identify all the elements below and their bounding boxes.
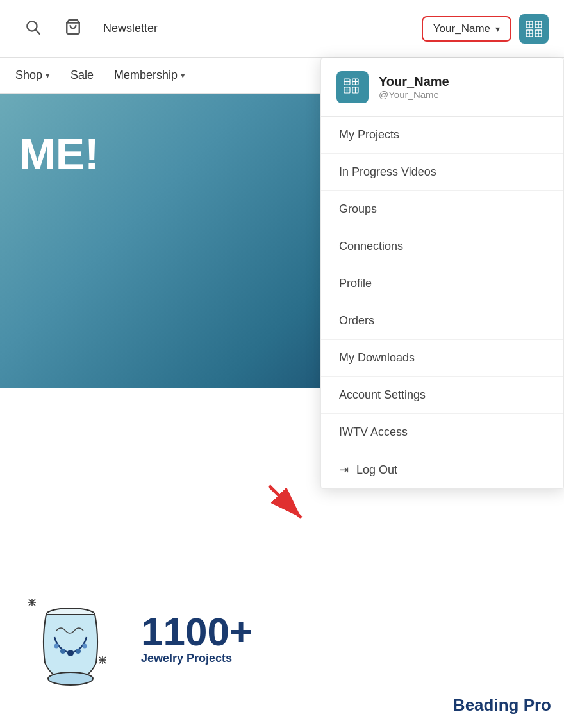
- svg-point-27: [60, 649, 65, 654]
- chevron-down-icon: ▾: [495, 24, 500, 34]
- arrow-indicator: [263, 479, 314, 531]
- menu-item-my-projects[interactable]: My Projects: [321, 117, 563, 154]
- cart-icon: [65, 22, 81, 38]
- shop-label: Shop: [15, 69, 42, 82]
- menu-item-connections[interactable]: Connections: [321, 228, 563, 265]
- logout-icon: ⇥: [339, 463, 349, 477]
- dropdown-username: Your_Name: [379, 74, 449, 89]
- account-settings-label: Account Settings: [339, 388, 426, 402]
- user-dropdown: Your_Name @Your_Name My Projects In Prog…: [320, 58, 564, 489]
- iwtv-access-label: IWTV Access: [339, 426, 408, 439]
- jewelry-icon-wrapper: [19, 579, 128, 697]
- sale-label: Sale: [70, 69, 94, 82]
- header-right: Your_Name ▾: [422, 14, 549, 44]
- avatar: [336, 71, 369, 103]
- logout-label: Log Out: [356, 463, 397, 477]
- in-progress-videos-label: In Progress Videos: [339, 165, 436, 179]
- my-downloads-label: My Downloads: [339, 351, 415, 365]
- search-button[interactable]: [15, 13, 50, 44]
- menu-item-in-progress-videos[interactable]: In Progress Videos: [321, 154, 563, 191]
- header-nav: Newsletter: [103, 22, 422, 35]
- svg-line-45: [269, 486, 301, 518]
- dropdown-header: Your_Name @Your_Name: [321, 58, 563, 117]
- stat-block: 1100+ Jewelry Projects: [141, 612, 253, 665]
- newsletter-link[interactable]: Newsletter: [103, 22, 158, 35]
- my-projects-label: My Projects: [339, 128, 399, 142]
- membership-chevron-icon: ▾: [181, 70, 185, 80]
- profile-label: Profile: [339, 277, 372, 290]
- membership-nav-item[interactable]: Membership ▾: [114, 69, 185, 82]
- svg-line-1: [36, 29, 40, 33]
- header-icons: [15, 13, 90, 44]
- cart-button[interactable]: [56, 13, 90, 44]
- svg-point-28: [76, 649, 81, 654]
- svg-point-29: [54, 644, 59, 649]
- sale-nav-item[interactable]: Sale: [70, 69, 94, 82]
- hero-text: ME!: [19, 132, 99, 176]
- shop-chevron-icon: ▾: [46, 70, 50, 80]
- bottom-content: 1100+ Jewelry Projects Beading Pro: [0, 549, 564, 728]
- svg-point-25: [48, 672, 93, 685]
- menu-item-groups[interactable]: Groups: [321, 191, 563, 228]
- menu-item-account-settings[interactable]: Account Settings: [321, 377, 563, 414]
- beading-partial: Beading Pro: [453, 695, 551, 715]
- stat-number: 1100+: [141, 612, 253, 652]
- svg-point-30: [83, 644, 87, 649]
- header: Newsletter Your_Name ▾: [0, 0, 564, 58]
- menu-item-iwtv-access[interactable]: IWTV Access: [321, 414, 563, 451]
- menu-item-orders[interactable]: Orders: [321, 302, 563, 340]
- svg-point-26: [67, 650, 74, 656]
- dropdown-user-handle: @Your_Name: [379, 89, 449, 100]
- search-icon: [24, 22, 41, 38]
- username-label: Your_Name: [433, 22, 490, 35]
- user-info: Your_Name @Your_Name: [379, 74, 449, 100]
- newsletter-label: Newsletter: [103, 22, 158, 35]
- site-logo: [519, 14, 549, 44]
- header-divider: [53, 19, 53, 38]
- stat-label: Jewelry Projects: [141, 652, 253, 665]
- connections-label: Connections: [339, 240, 403, 253]
- shop-nav-item[interactable]: Shop ▾: [15, 69, 50, 82]
- menu-item-my-downloads[interactable]: My Downloads: [321, 340, 563, 377]
- svg-rect-3: [522, 17, 545, 40]
- orders-label: Orders: [339, 314, 374, 327]
- groups-label: Groups: [339, 203, 377, 216]
- membership-label: Membership: [114, 69, 178, 82]
- menu-item-log-out[interactable]: ⇥ Log Out: [321, 451, 563, 488]
- menu-item-profile[interactable]: Profile: [321, 265, 563, 302]
- user-menu-button[interactable]: Your_Name ▾: [422, 16, 511, 42]
